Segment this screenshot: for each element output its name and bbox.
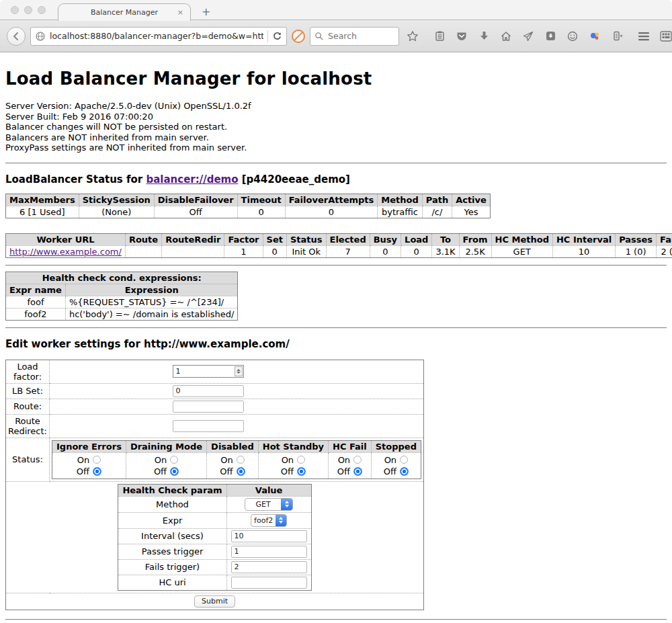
ignore-errors-off-radio[interactable]: [93, 467, 101, 476]
table-row: 6 [1 Used] (None) Off 0 0 bytraffic /c/ …: [6, 206, 491, 218]
url-bar[interactable]: localhost:8880/balancer-manager?b=demo&w…: [30, 27, 287, 46]
table-header-row: Worker URL Route RouteRedir Factor Set S…: [6, 233, 672, 245]
col-status: Status: [286, 233, 326, 245]
route-row: Route:: [6, 399, 424, 414]
hc-passes-row: Passes trigger: [118, 544, 311, 559]
emoji-extension-button[interactable]: [564, 28, 581, 45]
draining-mode-cell: On Off: [126, 452, 206, 479]
bookmarks-menu-button[interactable]: [431, 28, 448, 45]
tab-close-icon[interactable]: ×: [177, 8, 183, 17]
server-version-line: Server Version: Apache/2.5.0-dev (Unix) …: [5, 101, 667, 112]
disabled-off-radio[interactable]: [237, 467, 245, 476]
col-timeout: Timeout: [237, 194, 285, 206]
submit-row: Submit: [6, 593, 424, 610]
balancer-demo-link[interactable]: balancer://demo: [146, 173, 238, 185]
hc-fail-on-radio[interactable]: [353, 456, 362, 464]
hc-expr-label: Expr: [118, 512, 226, 528]
route-input[interactable]: [173, 401, 244, 413]
route-redirect-input[interactable]: [173, 420, 244, 432]
col-hc-fail: HC Fail: [329, 440, 372, 452]
persist-note-line: Balancer changes will NOT be persisted o…: [5, 122, 667, 132]
load-factor-stepper[interactable]: 1: [173, 365, 244, 378]
col-from: From: [459, 233, 491, 245]
navigation-toolbar: localhost:8880/balancer-manager?b=demo&w…: [0, 20, 672, 52]
lb-set-input[interactable]: [173, 385, 244, 397]
load-factor-label: Load factor:: [6, 360, 50, 383]
hc-expr-select[interactable]: foof2: [251, 514, 287, 527]
downloads-button[interactable]: [475, 28, 493, 45]
cell-hc-interval: 10: [552, 245, 615, 257]
load-factor-value[interactable]: 1: [173, 367, 235, 376]
colored-dots-extension-button[interactable]: [586, 28, 603, 45]
divider: [5, 163, 667, 164]
ignore-errors-on-radio[interactable]: [93, 456, 101, 464]
col-hc-interval: HC Interval: [552, 233, 615, 245]
hot-standby-off-radio[interactable]: [297, 467, 306, 476]
url-text[interactable]: localhost:8880/balancer-manager?b=demo&w…: [50, 31, 263, 41]
reload-icon[interactable]: [272, 31, 282, 41]
close-window-button[interactable]: [11, 6, 19, 14]
menu-icon: [638, 32, 650, 41]
hc-expr-value: foof2: [251, 516, 276, 525]
col-factor: Factor: [224, 233, 263, 245]
hc-passes-input[interactable]: [231, 546, 307, 558]
home-button[interactable]: [497, 28, 515, 45]
stopped-on-radio[interactable]: [400, 456, 408, 464]
hc-interval-input[interactable]: [231, 530, 307, 542]
bookmark-star-button[interactable]: [404, 28, 421, 45]
hc-header-row: Health Check param Value: [118, 484, 311, 496]
send-tab-button[interactable]: [519, 28, 537, 45]
hc-expressions-table: Health check cond. expressions: Expr nam…: [5, 272, 238, 321]
draining-mode-on-radio[interactable]: [170, 456, 178, 464]
stepper-arrows-icon[interactable]: [235, 366, 243, 376]
new-tab-button[interactable]: +: [202, 5, 210, 18]
cell-status: Init Ok: [286, 245, 326, 257]
submit-button[interactable]: Submit: [194, 595, 235, 608]
adblock-icon[interactable]: [292, 30, 305, 43]
cell-stickysession: (None): [79, 206, 154, 218]
page-title: Load Balancer Manager for localhost: [5, 69, 667, 89]
window-controls[interactable]: [11, 6, 46, 14]
cell-fails: 2 (0): [657, 245, 672, 257]
search-bar[interactable]: [310, 27, 399, 46]
pocket-button[interactable]: [453, 28, 470, 45]
hc-method-select[interactable]: GET: [245, 498, 293, 511]
worker-url-link[interactable]: http://www.example.com/: [9, 247, 122, 257]
table-title-row: Health check cond. expressions:: [6, 272, 238, 284]
col-route: Route: [125, 233, 161, 245]
off-label: Off: [384, 466, 396, 477]
draining-mode-off-radio[interactable]: [170, 467, 179, 476]
zoom-window-button[interactable]: [38, 6, 46, 14]
back-button[interactable]: [7, 27, 26, 46]
col-hot-standby: Hot Standby: [258, 440, 328, 452]
hc-fail-off-radio[interactable]: [353, 467, 362, 476]
download-helper-button[interactable]: [542, 28, 559, 45]
cell-method: bytraffic: [378, 206, 422, 218]
clipboard-icon: [434, 30, 446, 42]
menu-button[interactable]: [635, 28, 653, 45]
route-redirect-row: Route Redirect:: [6, 414, 424, 438]
tab-balancer-manager[interactable]: Balancer Manager ×: [58, 3, 191, 21]
off-label: Off: [337, 466, 350, 477]
tab-bar: Balancer Manager × +: [0, 0, 672, 20]
minimize-window-button[interactable]: [24, 6, 32, 14]
battery-extension-button[interactable]: ▾: [608, 28, 626, 45]
status-label: Status:: [6, 438, 50, 481]
stopped-off-radio[interactable]: [400, 467, 409, 476]
hc-uri-input[interactable]: [231, 577, 307, 589]
grid-extension-button[interactable]: [657, 28, 672, 45]
hot-standby-on-radio[interactable]: [297, 456, 305, 464]
off-label: Off: [281, 466, 294, 477]
col-load: Load: [401, 233, 432, 245]
disabled-cell: On Off: [207, 452, 259, 479]
worker-row: http://www.example.com/ 1 0 Init Ok 7 0 …: [6, 245, 672, 257]
search-input[interactable]: [327, 30, 387, 42]
table-header-row: Expr name Expression: [6, 284, 238, 296]
hc-method-value: GET: [245, 500, 281, 509]
send-icon: [522, 30, 534, 42]
col-set: Set: [263, 233, 286, 245]
disabled-on-radio[interactable]: [237, 456, 245, 464]
lb-set-label: LB Set:: [6, 383, 50, 399]
edit-worker-heading: Edit worker settings for http://www.exam…: [5, 338, 667, 350]
hc-fails-input[interactable]: [231, 561, 307, 573]
